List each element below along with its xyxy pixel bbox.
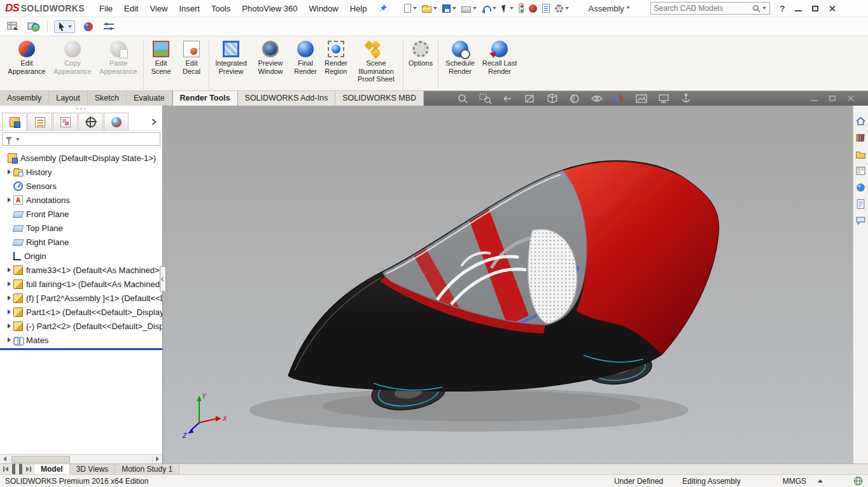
scroll-right-button[interactable] — [152, 455, 162, 463]
tab-motion-study-1[interactable]: Motion Study 1 — [115, 464, 179, 474]
rebuild-button[interactable] — [516, 2, 526, 15]
help-button[interactable]: ? — [780, 4, 785, 13]
first-tab-button[interactable] — [3, 467, 8, 472]
scroll-left-button[interactable] — [0, 455, 10, 463]
tree-item-part1[interactable]: Part1<1> (Default<<Default>_Display S — [0, 305, 162, 319]
expand-arrow-icon[interactable] — [5, 295, 13, 300]
tree-item-frame33[interactable]: frame33<1> (Default<As Machined><< — [0, 263, 162, 277]
search-box[interactable] — [650, 2, 770, 15]
tab-evaluate[interactable]: Evaluate — [127, 91, 172, 106]
minimize-button[interactable] — [795, 6, 802, 11]
tree-item-front-plane[interactable]: Front Plane — [0, 207, 162, 221]
options-button-qat[interactable] — [552, 3, 571, 14]
save-button[interactable] — [440, 3, 459, 14]
panel-grip[interactable] — [0, 106, 162, 111]
rollback-bar[interactable] — [0, 348, 162, 350]
tab-3d-views[interactable]: 3D Views — [70, 464, 115, 474]
display-style-icon[interactable] — [568, 93, 581, 104]
select-tool-button[interactable] — [54, 20, 75, 33]
options-button[interactable]: Options — [405, 39, 436, 69]
section-view-icon[interactable] — [524, 93, 536, 104]
expand-arrow-icon[interactable] — [5, 309, 13, 314]
scrollbar-track[interactable] — [10, 455, 152, 463]
scene-illumination-proof-sheet-button[interactable]: Scene Illumination Proof Sheet — [351, 39, 401, 85]
doc-minimize-icon[interactable] — [811, 95, 818, 101]
tree-item-top-plane[interactable]: Top Plane — [0, 221, 162, 235]
file-properties-button[interactable] — [540, 3, 552, 14]
integrated-preview-button[interactable]: Integrated Preview — [211, 39, 251, 77]
expand-arrow-icon[interactable] — [5, 281, 13, 286]
expand-arrow-icon[interactable] — [5, 169, 13, 174]
tab-solidworks-mbd[interactable]: SOLIDWORKS MBD — [335, 91, 424, 106]
edit-decal-button[interactable]: Edit Decal — [176, 39, 207, 77]
tree-root[interactable]: Assembly (Default<Display State-1>) — [0, 151, 162, 165]
expand-arrow-icon[interactable] — [5, 323, 13, 328]
paste-appearance-button[interactable]: Paste Appearance — [95, 39, 141, 77]
view-settings-icon[interactable] — [657, 93, 670, 104]
custom-properties-button[interactable] — [855, 199, 866, 209]
globe-icon[interactable] — [853, 476, 863, 486]
tree-item-history[interactable]: History — [0, 165, 162, 179]
new-document-button[interactable] — [402, 3, 419, 14]
hide-show-items-icon[interactable] — [591, 93, 603, 104]
view-palette-button[interactable] — [855, 166, 866, 176]
copy-appearance-button[interactable]: Copy Appearance — [50, 39, 95, 77]
pin-menu-button[interactable] — [379, 4, 388, 13]
panel-expand-button[interactable] — [146, 113, 160, 131]
final-render-button[interactable]: Final Render — [290, 39, 321, 77]
menu-edit[interactable]: Edit — [118, 1, 144, 16]
zoom-fit-icon[interactable] — [457, 93, 470, 104]
doc-restore-icon[interactable] — [829, 95, 836, 101]
view-orientation-icon[interactable] — [546, 93, 559, 104]
file-explorer-button[interactable] — [855, 149, 866, 160]
tab-layout[interactable]: Layout — [49, 91, 88, 106]
last-tab-button[interactable] — [26, 467, 31, 472]
tree-filter-box[interactable] — [2, 132, 160, 146]
apply-scene-button[interactable] — [27, 20, 41, 33]
undo-button[interactable] — [479, 3, 499, 14]
dimxpertmanager-tab[interactable] — [78, 113, 103, 131]
expand-arrow-icon[interactable] — [5, 337, 13, 342]
tab-sketch[interactable]: Sketch — [88, 91, 127, 106]
restore-button[interactable] — [812, 6, 818, 11]
menu-photoview-360[interactable]: PhotoView 360 — [236, 1, 303, 16]
select-button[interactable] — [499, 3, 516, 14]
tree-item-annotations[interactable]: Annotations — [0, 193, 162, 207]
configurationmanager-tab[interactable] — [53, 113, 78, 131]
menu-insert[interactable]: Insert — [173, 1, 206, 16]
menu-help[interactable]: Help — [344, 1, 373, 16]
preview-window-button[interactable]: Preview Window — [251, 39, 290, 77]
tab-assembly[interactable]: Assembly — [0, 91, 49, 106]
design-library-button[interactable] — [855, 132, 866, 143]
close-button[interactable] — [829, 5, 836, 12]
featuremanager-tab[interactable] — [2, 113, 27, 131]
open-button[interactable] — [419, 3, 440, 14]
recall-last-render-button[interactable]: Recall Last Render — [480, 39, 519, 77]
menu-view[interactable]: View — [144, 1, 173, 16]
graphics-viewport[interactable]: X Y Z — [164, 106, 853, 463]
menu-file[interactable]: File — [94, 1, 118, 16]
edit-scene-button[interactable]: Edit Scene — [146, 39, 176, 77]
edit-appearance-hud-icon[interactable] — [613, 93, 626, 104]
solidworks-forum-button[interactable] — [855, 215, 866, 226]
panel-horizontal-scrollbar[interactable] — [0, 454, 162, 463]
tree-item-full-fairing[interactable]: full fairing<1> (Default<As Machined> — [0, 277, 162, 291]
doc-close-icon[interactable] — [847, 95, 854, 102]
search-input[interactable] — [654, 4, 752, 13]
print-button[interactable] — [459, 3, 479, 14]
expand-arrow-icon[interactable] — [5, 197, 13, 202]
previous-view-icon[interactable] — [501, 93, 514, 104]
propertymanager-tab[interactable] — [27, 113, 52, 131]
anchor-icon[interactable] — [680, 93, 692, 104]
render-region-button[interactable]: Render Region — [321, 39, 351, 77]
tree-item-part2[interactable]: (-) Part2<2> (Default<<Default>_Displa — [0, 319, 162, 333]
tab-render-tools[interactable]: Render Tools — [172, 91, 238, 106]
tab-solidworks-add-ins[interactable]: SOLIDWORKS Add-Ins — [238, 91, 336, 106]
displaymanager-tab[interactable] — [104, 113, 129, 131]
tree-item-right-plane[interactable]: Right Plane — [0, 235, 162, 249]
zoom-area-icon[interactable] — [479, 93, 492, 104]
prev-tab-button[interactable] — [12, 465, 15, 474]
solidworks-resources-button[interactable] — [855, 116, 866, 127]
tree-item-origin[interactable]: Origin — [0, 249, 162, 263]
display-settings-button[interactable] — [102, 20, 116, 33]
